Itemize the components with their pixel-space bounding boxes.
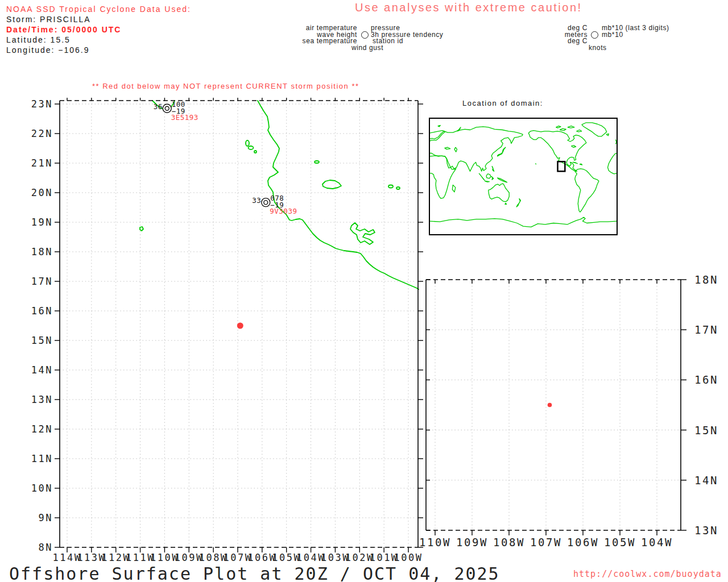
world-inset-map [427, 114, 620, 239]
header-datetime: Date/Time: 05/0000 UTC [6, 24, 191, 35]
svg-text:19N: 19N [31, 217, 53, 228]
svg-text:17N: 17N [31, 276, 53, 287]
svg-text:20N: 20N [31, 187, 53, 198]
svg-text:14N: 14N [31, 364, 53, 376]
storm-position-dot [548, 403, 552, 408]
svg-text:36: 36 [154, 102, 163, 111]
svg-text:10N: 10N [31, 483, 53, 494]
svg-text:9N: 9N [39, 512, 53, 523]
header-block: NOAA SSD Tropical Cyclone Data Used: Sto… [6, 4, 191, 55]
svg-text:16N: 16N [31, 305, 53, 317]
station-plot: 33078−199V3039 [252, 194, 297, 215]
storm-position-warning: ** Red dot below may NOT represent CURRE… [92, 82, 359, 90]
domain-box [558, 161, 565, 171]
svg-text:21N: 21N [31, 157, 53, 169]
units-mb10: mb*10 [602, 31, 623, 39]
svg-text:14N: 14N [694, 474, 718, 487]
zoom-map: 18N17N16N15N14N13N110W109W108W107W106W10… [410, 273, 728, 557]
station-circle-icon [591, 31, 598, 39]
units-deg-c-2: deg C [514, 37, 588, 45]
svg-text:3E5193: 3E5193 [171, 113, 198, 122]
header-source-line: NOAA SSD Tropical Cyclone Data Used: [6, 4, 191, 14]
legend-sea-temp: sea temperature [250, 37, 357, 45]
header-longitude: Longitude: −106.9 [6, 45, 191, 55]
svg-text:105W: 105W [604, 536, 636, 548]
svg-text:9V3039: 9V3039 [270, 207, 297, 215]
svg-text:13N: 13N [694, 524, 718, 537]
svg-text:33: 33 [252, 196, 261, 205]
svg-text:15N: 15N [694, 424, 718, 436]
svg-text:108W: 108W [493, 536, 525, 548]
svg-text:110W: 110W [419, 536, 451, 548]
storm-position-dot [237, 323, 243, 329]
svg-text:12N: 12N [31, 423, 53, 435]
station-circle-icon [361, 31, 369, 39]
svg-text:107W: 107W [530, 536, 562, 548]
caution-warning: Use analyses with extreme caution! [355, 1, 582, 14]
svg-text:18N: 18N [31, 246, 53, 257]
units-knots: knots [589, 44, 607, 52]
svg-text:22N: 22N [31, 128, 53, 139]
header-storm-name: Storm: PRISCILLA [6, 14, 191, 24]
plot-title: Offshore Surface Plot at 20Z / OCT 04, 2… [9, 564, 500, 582]
svg-text:109W: 109W [456, 536, 488, 548]
svg-text:23N: 23N [31, 98, 53, 110]
station-plot: 36100−193E5193 [154, 100, 198, 122]
svg-text:106W: 106W [567, 536, 599, 548]
svg-text:8N: 8N [39, 542, 53, 553]
svg-text:13N: 13N [31, 394, 53, 405]
world-coastlines [429, 123, 617, 227]
svg-text:18N: 18N [694, 273, 718, 286]
svg-text:15N: 15N [31, 335, 53, 346]
svg-text:11N: 11N [31, 453, 53, 464]
svg-text:16N: 16N [694, 373, 718, 386]
buoy-plot-page: { "colors": { "text_red": "#fb4545", "bo… [0, 0, 728, 582]
svg-text:17N: 17N [694, 323, 718, 336]
main-map: 23N22N21N20N19N18N17N16N15N14N13N12N11N1… [23, 91, 427, 582]
header-latitude: Latitude: 15.5 [6, 35, 191, 45]
inset-title: Location of domain: [462, 99, 543, 107]
legend-wind-gust: wind gust [351, 44, 383, 52]
svg-text:104W: 104W [641, 536, 673, 548]
source-url[interactable]: http://coolwx.com/buoydata [573, 569, 722, 579]
